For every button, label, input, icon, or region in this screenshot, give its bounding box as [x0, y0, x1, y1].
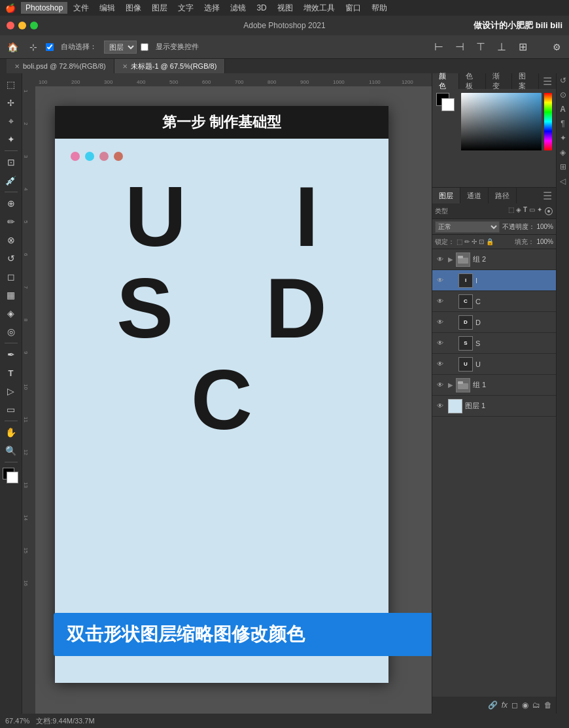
menu-image[interactable]: 图像: [121, 1, 146, 15]
dodge-tool[interactable]: ◎: [3, 323, 20, 340]
layer-I[interactable]: 👁 I I: [432, 270, 556, 291]
properties-icon[interactable]: ⊙: [560, 90, 566, 99]
layer-eye-D[interactable]: 👁: [435, 317, 445, 328]
crop-tool[interactable]: ⊡: [3, 154, 20, 171]
layers-tab-channels[interactable]: 通道: [460, 188, 489, 203]
tab-boli[interactable]: ✕ boli.psd @ 72.8%(RGB/8): [7, 59, 114, 73]
lock-transparent-icon[interactable]: ⬚: [457, 238, 462, 245]
layer-U[interactable]: 👁 U U: [432, 354, 556, 375]
blend-mode-select[interactable]: 正常: [435, 221, 500, 233]
layer-eye-group2[interactable]: 👁: [435, 254, 445, 265]
collapse-icon[interactable]: ◁: [560, 177, 566, 186]
menu-window[interactable]: 窗口: [341, 1, 366, 15]
menu-3d[interactable]: 3D: [252, 2, 271, 14]
sparkle-icon[interactable]: ✦: [560, 133, 566, 143]
menu-text[interactable]: 文字: [173, 1, 198, 15]
align-center-icon[interactable]: ⊣: [451, 39, 468, 56]
align-right-icon[interactable]: ⊤: [472, 39, 489, 56]
tab-close-untitled[interactable]: ✕: [122, 63, 128, 70]
tool-presets-icon[interactable]: ⊞: [560, 162, 566, 171]
menu-filter[interactable]: 滤镜: [226, 1, 250, 15]
layers-tab-layers[interactable]: 图层: [432, 188, 460, 203]
delete-layer-icon[interactable]: 🗑: [544, 701, 552, 710]
filter-smart-icon[interactable]: ✦: [537, 206, 542, 217]
filter-shape-icon[interactable]: ▭: [529, 206, 535, 217]
brush-tool[interactable]: ✏: [3, 213, 20, 230]
selection-tool[interactable]: ⬚: [3, 76, 20, 93]
color-hue-bar[interactable]: [544, 93, 552, 150]
pen-tool[interactable]: ✒: [3, 346, 20, 363]
align-top-icon[interactable]: ⊥: [493, 39, 510, 56]
layer-D[interactable]: 👁 D D: [432, 312, 556, 333]
layer-group2[interactable]: 👁 ▶ 组 2: [432, 249, 556, 270]
layer-eye-group1[interactable]: 👁: [435, 380, 445, 390]
healing-brush[interactable]: ⊕: [3, 195, 20, 212]
distribute-icon[interactable]: ⊞: [514, 39, 531, 56]
layer-C[interactable]: 👁 C C: [432, 291, 556, 312]
layer-eye-I[interactable]: 👁: [435, 275, 445, 286]
color-tab-swatches[interactable]: 色板: [459, 73, 486, 89]
layers-panel-menu[interactable]: ☰: [539, 190, 556, 202]
magic-wand[interactable]: ✦: [3, 131, 20, 148]
zoom-tool[interactable]: 🔍: [3, 442, 20, 459]
settings-icon[interactable]: ⚙: [548, 39, 565, 56]
auto-select-dropdown[interactable]: 图层: [104, 41, 137, 54]
background-swatch[interactable]: [441, 98, 455, 111]
layer-eye-C[interactable]: 👁: [435, 296, 445, 307]
add-adjustment-icon[interactable]: ◉: [522, 701, 528, 710]
layer-arrow-group1[interactable]: ▶: [448, 381, 453, 389]
add-group-icon[interactable]: 🗂: [532, 701, 540, 710]
color-tab-pattern[interactable]: 图案: [512, 73, 539, 89]
tab-untitled[interactable]: ✕ 未标题-1 @ 67.5%(RGB/8): [114, 59, 226, 73]
type-tool[interactable]: T: [3, 364, 20, 381]
lasso-tool[interactable]: ⌖: [3, 113, 20, 130]
layer-arrow-group2[interactable]: ▶: [448, 256, 453, 263]
filter-toggle[interactable]: ⦿: [544, 206, 553, 217]
layer-eye-1[interactable]: 👁: [435, 401, 445, 411]
menu-edit[interactable]: 编辑: [95, 1, 120, 15]
add-mask-icon[interactable]: ◻: [511, 701, 518, 710]
fx-icon[interactable]: fx: [502, 701, 508, 710]
menu-photoshop[interactable]: Photoshop: [21, 2, 67, 14]
history-brush[interactable]: ↺: [3, 250, 20, 267]
color-panel-menu[interactable]: ☰: [539, 75, 556, 88]
path-select[interactable]: ▷: [3, 383, 20, 400]
brush-presets-icon[interactable]: ◈: [560, 148, 566, 157]
hand-tool[interactable]: ✋: [3, 424, 20, 441]
move-tool[interactable]: ⊹: [25, 39, 42, 56]
lock-move-icon[interactable]: ✢: [472, 238, 477, 245]
lock-paint-icon[interactable]: ✏: [464, 238, 470, 245]
layers-tab-paths[interactable]: 路径: [489, 188, 517, 203]
auto-select-checkbox[interactable]: [46, 43, 54, 51]
layer-group1[interactable]: 👁 ▶ 组 1: [432, 375, 556, 396]
filter-text-icon[interactable]: T: [523, 206, 527, 217]
align-left-icon[interactable]: ⊢: [430, 39, 447, 56]
fill-value[interactable]: 100%: [536, 238, 553, 245]
home-icon[interactable]: 🏠: [4, 39, 21, 56]
eyedropper-tool[interactable]: 💉: [3, 172, 20, 189]
link-layers-icon[interactable]: 🔗: [488, 701, 498, 710]
menu-file[interactable]: 文件: [69, 1, 94, 15]
color-spectrum[interactable]: [461, 93, 542, 150]
lock-artboard-icon[interactable]: ⊡: [479, 238, 484, 245]
minimize-button[interactable]: [18, 22, 26, 29]
filter-adjustment-icon[interactable]: ◈: [516, 206, 521, 217]
opacity-value[interactable]: 100%: [536, 223, 553, 230]
menu-view[interactable]: 视图: [273, 1, 298, 15]
clone-stamp[interactable]: ⊗: [3, 232, 20, 249]
shape-tool[interactable]: ▭: [3, 401, 20, 418]
layer-S[interactable]: 👁 S S: [432, 333, 556, 354]
move-tool-side[interactable]: ✢: [3, 94, 20, 111]
filter-pixel-icon[interactable]: ⬚: [508, 206, 514, 217]
tab-close-boli[interactable]: ✕: [14, 63, 20, 70]
background-color[interactable]: [7, 472, 18, 483]
layer-1[interactable]: 👁 图层 1: [432, 396, 556, 417]
lock-all-icon[interactable]: 🔒: [486, 238, 494, 245]
paragraph-icon[interactable]: ¶: [560, 119, 564, 128]
gradient-tool[interactable]: ▦: [3, 286, 20, 303]
menu-layer[interactable]: 图层: [147, 1, 172, 15]
show-transform-checkbox[interactable]: [141, 43, 148, 51]
color-tab-gradient[interactable]: 渐变: [486, 73, 513, 89]
history-icon[interactable]: ↺: [560, 76, 566, 85]
layer-eye-S[interactable]: 👁: [435, 338, 445, 349]
